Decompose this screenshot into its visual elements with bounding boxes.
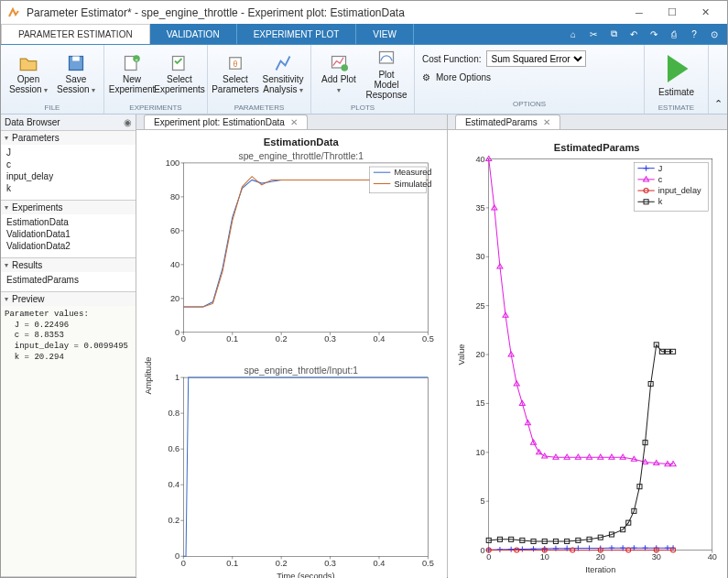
select-parameters-icon: θ bbox=[226, 54, 244, 72]
open-session-button[interactable]: Open Session bbox=[6, 47, 50, 102]
close-icon[interactable]: ✕ bbox=[290, 117, 298, 127]
svg-rect-10 bbox=[380, 51, 394, 63]
svg-text:20: 20 bbox=[475, 350, 484, 359]
tab-experiment-plot-estimation[interactable]: Experiment plot: EstimationData ✕ bbox=[144, 115, 308, 129]
svg-text:35: 35 bbox=[475, 203, 484, 213]
qat-redo-icon[interactable]: ↷ bbox=[647, 27, 661, 40]
close-button[interactable]: ✕ bbox=[689, 2, 722, 24]
collapse-ribbon-button[interactable]: ⌃ bbox=[709, 45, 727, 114]
parameter-item[interactable]: input_delay bbox=[5, 170, 132, 182]
svg-rect-45 bbox=[183, 377, 428, 556]
group-label-parameters: PARAMETERS bbox=[213, 102, 305, 112]
svg-text:+: + bbox=[135, 56, 138, 62]
svg-text:0.2: 0.2 bbox=[168, 516, 179, 525]
qat-cut-icon[interactable]: ✂ bbox=[586, 27, 601, 40]
group-label-options: OPTIONS bbox=[422, 98, 636, 108]
save-icon bbox=[67, 54, 85, 72]
ribbon-quick-access: ⌂ ✂ ⧉ ↶ ↷ ⎙ ? ⊙ bbox=[414, 24, 727, 44]
svg-text:0.1: 0.1 bbox=[226, 559, 238, 568]
svg-text:10: 10 bbox=[475, 448, 484, 457]
plot-model-response-button[interactable]: Plot Model Response bbox=[364, 47, 408, 102]
preview-section-header[interactable]: Preview bbox=[1, 292, 136, 306]
results-section-header[interactable]: Results bbox=[1, 258, 136, 272]
svg-text:spe_engine_throttle/Throttle:1: spe_engine_throttle/Throttle:1 bbox=[239, 151, 364, 161]
matlab-icon bbox=[6, 5, 21, 20]
parameter-item[interactable]: k bbox=[5, 182, 132, 194]
qat-copy-icon[interactable]: ⧉ bbox=[606, 27, 621, 40]
svg-text:0.6: 0.6 bbox=[168, 444, 179, 453]
tab-parameter-estimation[interactable]: PARAMETER ESTIMATION bbox=[1, 24, 150, 44]
svg-text:60: 60 bbox=[170, 226, 179, 235]
experiment-item[interactable]: ValidationData2 bbox=[5, 240, 132, 252]
data-browser-title: Data Browser bbox=[5, 117, 60, 127]
cost-function-label: Cost Function: bbox=[422, 54, 481, 64]
right-plot-canvas: EstimatedParams0102030400510152025303540… bbox=[448, 130, 727, 578]
data-browser: Data Browser◉ Parameters Jcinput_delayk … bbox=[1, 115, 136, 577]
tab-view[interactable]: VIEW bbox=[356, 24, 414, 44]
tab-validation[interactable]: VALIDATION bbox=[150, 24, 237, 44]
svg-text:EstimatedParams: EstimatedParams bbox=[554, 142, 640, 153]
svg-text:30: 30 bbox=[652, 552, 661, 562]
left-plot-canvas: EstimationDataspe_engine_throttle/Thrott… bbox=[136, 130, 447, 578]
qat-help-icon[interactable]: ? bbox=[687, 27, 701, 40]
estimate-button[interactable] bbox=[658, 50, 695, 87]
svg-text:0: 0 bbox=[175, 551, 179, 561]
svg-text:Measured: Measured bbox=[394, 168, 431, 177]
svg-text:0.2: 0.2 bbox=[276, 334, 288, 344]
svg-text:0.3: 0.3 bbox=[324, 334, 336, 344]
maximize-button[interactable]: ☐ bbox=[656, 2, 689, 24]
experiment-item[interactable]: ValidationData1 bbox=[5, 228, 132, 240]
more-options-button[interactable]: More Options bbox=[436, 72, 491, 82]
parameter-item[interactable]: c bbox=[5, 158, 132, 170]
svg-text:Value: Value bbox=[457, 344, 466, 365]
svg-text:20: 20 bbox=[170, 294, 179, 303]
result-item[interactable]: EstimatedParams bbox=[5, 274, 132, 286]
svg-text:0.5: 0.5 bbox=[422, 559, 434, 568]
cost-function-select[interactable]: Sum Squared Error bbox=[486, 50, 586, 67]
qat-print-icon[interactable]: ⎙ bbox=[667, 27, 681, 40]
close-icon[interactable]: ✕ bbox=[543, 117, 550, 127]
svg-text:Simulated: Simulated bbox=[394, 180, 431, 189]
experiment-item[interactable]: EstimationData bbox=[5, 216, 132, 228]
svg-text:0: 0 bbox=[486, 552, 491, 562]
parameter-item[interactable]: J bbox=[5, 147, 132, 158]
svg-text:15: 15 bbox=[475, 398, 484, 408]
add-plot-icon bbox=[330, 54, 348, 72]
select-experiments-icon bbox=[170, 54, 189, 72]
play-icon bbox=[658, 50, 695, 87]
qat-options-icon[interactable]: ⊙ bbox=[707, 27, 722, 40]
select-experiments-button[interactable]: Select Experiments bbox=[158, 47, 201, 102]
svg-text:40: 40 bbox=[170, 260, 179, 269]
save-session-button[interactable]: Save Session bbox=[54, 47, 98, 102]
select-parameters-button[interactable]: θ Select Parameters bbox=[213, 47, 257, 102]
svg-text:0.4: 0.4 bbox=[374, 334, 386, 344]
svg-text:input_delay: input_delay bbox=[658, 186, 701, 195]
svg-text:0.1: 0.1 bbox=[226, 334, 238, 344]
add-plot-button[interactable]: Add Plot bbox=[317, 47, 361, 102]
toolstrip: Open Session Save Session FILE + New Exp… bbox=[1, 45, 727, 115]
qat-undo-icon[interactable]: ↶ bbox=[626, 27, 641, 40]
tab-experiment-plot[interactable]: EXPERIMENT PLOT bbox=[237, 24, 357, 44]
svg-text:0.2: 0.2 bbox=[276, 559, 288, 568]
svg-text:1: 1 bbox=[175, 373, 179, 382]
gear-icon: ⚙ bbox=[422, 72, 430, 82]
group-label-plots: PLOTS bbox=[317, 102, 408, 112]
minimize-button[interactable]: ─ bbox=[623, 2, 656, 24]
preview-text: Parameter values: J = 0.22496 c = 8.8353… bbox=[1, 306, 136, 576]
browser-options-icon[interactable]: ◉ bbox=[124, 117, 132, 127]
sensitivity-analysis-button[interactable]: Sensitivity Analysis bbox=[261, 47, 305, 102]
svg-text:0: 0 bbox=[181, 334, 186, 344]
tab-estimated-params[interactable]: EstimatedParams ✕ bbox=[455, 115, 560, 129]
qat-home-icon[interactable]: ⌂ bbox=[566, 27, 581, 40]
new-experiment-button[interactable]: + New Experiment bbox=[110, 47, 154, 102]
svg-rect-72 bbox=[489, 159, 712, 551]
svg-text:0.4: 0.4 bbox=[168, 480, 179, 489]
svg-text:c: c bbox=[658, 175, 663, 184]
svg-text:40: 40 bbox=[708, 552, 717, 562]
svg-text:Iteration: Iteration bbox=[585, 565, 615, 574]
svg-text:EstimationData: EstimationData bbox=[264, 136, 340, 147]
experiments-section-header[interactable]: Experiments bbox=[1, 201, 136, 214]
svg-text:Amplitude: Amplitude bbox=[144, 357, 153, 395]
parameters-section-header[interactable]: Parameters bbox=[1, 131, 136, 145]
svg-text:spe_engine_throttle/Input:1: spe_engine_throttle/Input:1 bbox=[244, 365, 359, 376]
